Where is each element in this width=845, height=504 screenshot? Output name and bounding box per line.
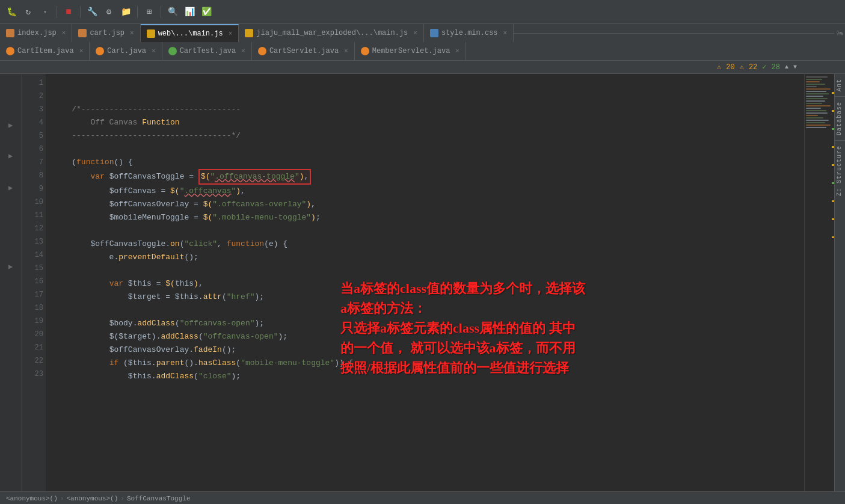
tab-main-js[interactable]: web\...\main.js × [141,24,239,42]
right-sidebar: Ant Database Z: Structure [834,74,845,491]
main-layout: ▶ ▶ ▶ ▶ 1 2 3 4 5 6 7 8 9 10 11 12 13 14… [0,74,845,491]
close-tab-5[interactable]: × [503,29,508,37]
warnings-bar: ⚠ 20 ⚠ 22 ✓ 28 ▲ ▼ [0,61,845,74]
toolbar-icon-folder[interactable]: 📁 [119,5,132,19]
tab-cart-java[interactable]: Cart.java × [90,42,162,60]
close-tab-3[interactable]: × [229,30,233,37]
minimap [804,74,834,491]
tab-label-cart-java: Cart.java [107,47,146,55]
tab-index-jsp[interactable]: index.jsp × [0,24,72,42]
tab-carttest-java[interactable]: CartTest.java × [162,42,252,60]
fold-arrow-3[interactable]: ▶ [6,183,16,192]
tab-label-index: index.jsp [17,29,57,37]
tab-jiaju-mainjs[interactable]: jiaju_mall_war_exploded\...\main.js × [239,24,424,42]
annotation-line3: 只选择a标签元素的class属性的值的 其中 [340,321,576,336]
close-tab-1[interactable]: × [62,29,66,37]
breadcrumb-item-1[interactable]: <anonymous>() [6,495,58,502]
tabs-row-1: index.jsp × cart.jsp × web\...\main.js ×… [0,24,845,42]
java-icon-5 [361,47,369,55]
close-tab-10[interactable]: × [455,48,459,55]
line-numbers: 1 2 3 4 5 6 7 8 9 10 11 12 13 14 15 16 1… [22,74,46,491]
toolbar-sep-2 [80,6,81,18]
java-icon-2 [96,47,104,55]
breadcrumb-bar: <anonymous>() › <anonymous>() › $offCanv… [0,491,845,504]
tab-label-carttest: CartTest.java [180,47,236,55]
tab-label-cartitem: CartItem.java [17,47,74,55]
tab-label-mainjs: web\...\main.js [158,29,223,38]
close-tab-7[interactable]: × [152,48,156,55]
toolbar-icon-2[interactable]: ↻ [22,5,35,19]
warn-icon-2: ⚠ [740,63,744,72]
annotation-overlay: 当a标签的class值的数量为多个时，选择该 a标签的方法： 只选择a标签元素的… [340,278,585,378]
toolbar-icon-chart[interactable]: 📊 [183,5,196,19]
tab-label-cart: cart.jsp [90,29,124,37]
toolbar-sep-1 [57,6,57,18]
breadcrumb-sep-1: › [60,495,64,502]
toolbar-icon-grid[interactable]: ⊞ [143,5,156,19]
java-icon-4 [258,47,266,55]
toolbar-icon-check[interactable]: ✅ [200,5,213,19]
tab-cart-jsp[interactable]: cart.jsp × [72,24,140,42]
fold-arrow-2[interactable]: ▶ [6,152,16,161]
js-icon-1 [147,29,155,38]
tab-cartitem-java[interactable]: CartItem.java × [0,42,90,60]
warn-count-1: 20 [726,63,734,72]
java-icon-1 [6,47,14,55]
fold-arrow-4[interactable]: ▶ [6,262,16,271]
css-icon-1 [430,29,438,37]
jsp-icon-1 [6,29,14,37]
jsp-icon-2 [78,29,87,37]
tab-label-jiaju: jiaju_mall_war_exploded\...\main.js [256,29,408,37]
close-tab-9[interactable]: × [344,48,348,55]
toolbar-icon-3[interactable]: ▾ [38,5,52,19]
toolbar-icon-settings[interactable]: 🔧 [85,5,99,19]
ok-count: 28 [772,63,780,72]
code-area: 1 2 3 4 5 6 7 8 9 10 11 12 13 14 15 16 1… [22,74,834,491]
breadcrumb-item-3[interactable]: $offCanvasToggle [127,495,191,502]
toolbar-sep-3 [137,6,138,18]
js-icon-2 [245,29,253,37]
tab-label-cartservlet: CartServlet.java [269,47,339,55]
warn-count-2: 22 [749,63,757,72]
tab-memberservlet-java[interactable]: MemberServlet.java × [355,42,466,60]
tab-label-style: style.min.css [441,29,498,37]
tab-style-css[interactable]: style.min.css × [424,24,514,42]
close-tab-4[interactable]: × [413,29,417,37]
sidebar-tab-structure[interactable]: Z: Structure [835,141,845,201]
toolbar-icon-1[interactable]: 🐛 [5,5,18,19]
toolbar-icon-stop[interactable]: ■ [62,5,75,19]
toolbar-icon-gear[interactable]: ⚙ [102,5,115,19]
java-icon-3 [168,47,177,55]
toolbar-sep-4 [161,6,161,18]
close-tab-6[interactable]: × [79,48,84,55]
breadcrumb-sep-2: › [120,495,124,502]
chevron-down[interactable]: ▼ [793,64,797,70]
annotation-line4: 的一个值， 就可以选中该a标签，而不用 [340,340,576,355]
fold-arrow-1[interactable]: ▶ [6,121,16,130]
toolbar-icon-search[interactable]: 🔍 [166,5,179,19]
warn-icon-1: ⚠ [717,63,721,72]
tab-label-memberservlet: MemberServlet.java [372,47,450,55]
ok-icon: ✓ [762,63,766,72]
annotation-line5: 按照/根据此属性值前的一些值进行选择 [340,360,569,375]
toolbar: 🐛 ↻ ▾ ■ 🔧 ⚙ 📁 ⊞ 🔍 📊 ✅ [0,0,845,24]
chevron-up[interactable]: ▲ [785,64,788,70]
annotation-line1: 当a标签的class值的数量为多个时，选择该 [340,281,585,296]
code-content[interactable]: /*---------------------------------- Off… [46,74,804,491]
annotation-line2: a标签的方法： [340,301,426,316]
breadcrumb-item-2[interactable]: <anonymous>() [66,495,118,502]
tab-cartservlet-java[interactable]: CartServlet.java × [252,42,355,60]
sidebar-tab-database[interactable]: Database [835,97,845,140]
tabs-row-2: CartItem.java × Cart.java × CartTest.jav… [0,42,845,60]
close-tab-2[interactable]: × [130,29,134,37]
left-gutter: ▶ ▶ ▶ ▶ [0,74,22,491]
sidebar-tab-ant[interactable]: Ant [835,74,845,96]
ant-tab-top[interactable]: 🐜 [834,29,845,37]
tabs-container: index.jsp × cart.jsp × web\...\main.js ×… [0,24,845,61]
close-tab-8[interactable]: × [241,48,245,55]
